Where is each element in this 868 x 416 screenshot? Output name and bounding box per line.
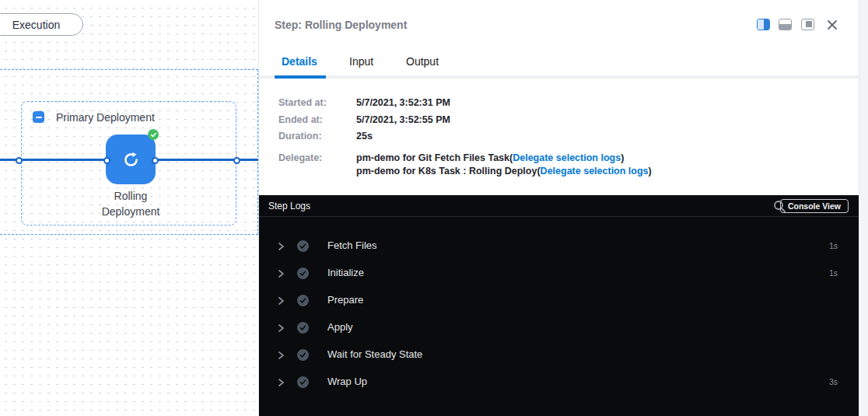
ended-at-label: Ended at: [278, 114, 323, 125]
check-circle-icon [297, 376, 309, 388]
log-step-duration: 1s [829, 268, 838, 278]
log-step-wrap-up[interactable]: Wrap Up 3s [259, 369, 859, 396]
log-step-apply[interactable]: Apply [259, 314, 859, 341]
pipeline-canvas[interactable]: Execution Primary Deployment Rolling Dep… [0, 0, 258, 416]
step-logs-console: Step Logs Console View Fetch Files 1s In… [259, 195, 859, 416]
panel-title: Step: Rolling Deployment [275, 19, 407, 31]
rollback-refresh-icon [121, 150, 141, 170]
delegate-line-1: pm-demo for Git Fetch Files Task(Delegat… [356, 152, 624, 163]
connector-port-node-out [152, 157, 159, 164]
close-icon[interactable] [827, 19, 838, 30]
log-step-label: Prepare [327, 294, 363, 306]
execution-breadcrumb-pill[interactable]: Execution [0, 13, 83, 36]
log-step-label: Apply [327, 321, 353, 333]
chevron-right-icon[interactable] [278, 351, 285, 360]
tab-output[interactable]: Output [406, 55, 439, 68]
delegate-selection-logs-link-2[interactable]: Delegate selection logs [541, 166, 649, 177]
chevron-right-icon[interactable] [278, 378, 285, 387]
connector-port-node-in [103, 157, 110, 164]
log-step-label: Fetch Files [327, 239, 377, 251]
node-label-line1: Rolling [75, 190, 187, 202]
tab-details[interactable]: Details [282, 55, 317, 68]
log-step-duration: 3s [829, 377, 838, 386]
check-circle-icon [297, 295, 309, 306]
execution-breadcrumb-label: Execution [12, 19, 60, 31]
tab-input[interactable]: Input [349, 55, 373, 68]
split-horizontal-layout-icon[interactable] [779, 19, 792, 30]
stage-label: Primary Deployment [56, 111, 155, 124]
success-badge-icon [148, 129, 159, 140]
log-step-label: Wait for Steady State [327, 348, 422, 360]
split-vertical-layout-icon[interactable] [757, 19, 770, 30]
started-at-value: 5/7/2021, 3:52:31 PM [356, 97, 450, 108]
step-logs-title: Step Logs [268, 195, 310, 217]
log-step-prepare[interactable]: Prepare [259, 287, 859, 314]
execution-screen: Execution Primary Deployment Rolling Dep… [0, 0, 868, 416]
check-circle-icon [297, 267, 309, 279]
rolling-deployment-node[interactable] [106, 135, 156, 184]
check-circle-icon [297, 322, 309, 334]
chevron-right-icon[interactable] [278, 323, 285, 333]
tab-track [259, 75, 859, 79]
minus-icon [36, 117, 42, 118]
log-step-fetch-files[interactable]: Fetch Files 1s [259, 232, 859, 260]
delegate-selection-logs-link-1[interactable]: Delegate selection logs [513, 152, 621, 163]
duration-value: 25s [356, 131, 373, 142]
stage-collapse-button[interactable] [33, 111, 44, 123]
chevron-right-icon[interactable] [278, 242, 285, 251]
started-at-label: Started at: [278, 97, 327, 108]
delegate-label: Delegate: [278, 152, 322, 163]
scrollbar-track[interactable] [859, 0, 868, 416]
check-circle-icon [297, 240, 309, 252]
delegate-line-2: pm-demo for K8s Task : Rolling Deploy(De… [356, 166, 652, 177]
chevron-right-icon[interactable] [278, 269, 285, 278]
active-tab-underline [275, 75, 326, 79]
console-view-button[interactable]: Console View [780, 199, 849, 213]
log-step-initialize[interactable]: Initialize 1s [259, 260, 859, 287]
log-step-label: Wrap Up [327, 376, 367, 387]
log-step-label: Initialize [327, 267, 364, 278]
log-step-wait-for-steady-state[interactable]: Wait for Steady State [259, 341, 859, 369]
chevron-right-icon[interactable] [278, 296, 285, 306]
check-circle-icon [297, 349, 309, 361]
step-details-panel: Step: Rolling Deployment Details Input O… [258, 0, 859, 416]
node-label-line2: Deployment [75, 205, 187, 218]
floating-layout-icon[interactable] [801, 19, 814, 30]
connector-port-stage-in [16, 157, 23, 164]
connector-port-stage-out [233, 157, 240, 164]
ended-at-value: 5/7/2021, 3:52:55 PM [356, 114, 450, 125]
step-logs-header: Step Logs Console View [259, 195, 859, 217]
log-step-duration: 1s [829, 241, 838, 250]
duration-label: Duration: [278, 131, 322, 142]
